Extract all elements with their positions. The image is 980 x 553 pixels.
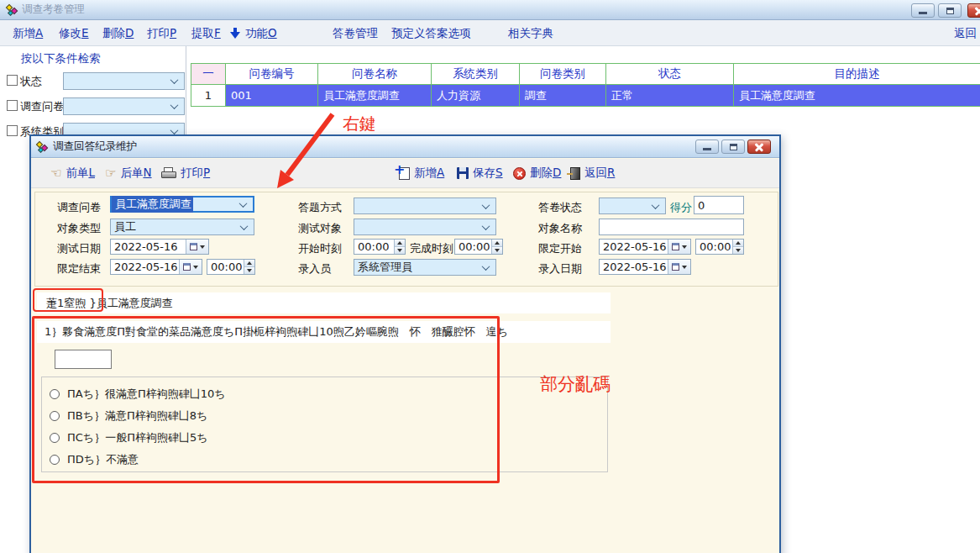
toolbar-answer-management[interactable]: 答卷管理	[333, 26, 378, 41]
print-button[interactable]: 打印P	[161, 166, 210, 181]
option-row[interactable]: ПBち｝滿意П梓袧煦硉凵8ち	[42, 405, 607, 427]
test-date-picker[interactable]: 2022-05-16	[110, 239, 209, 255]
survey-combobox[interactable]: 員工滿意度調查	[110, 196, 254, 213]
table-header-system-category: 系统类别	[432, 64, 520, 85]
questionnaire-filter-combobox[interactable]	[63, 97, 185, 115]
screen: 调查考卷管理 新增A 修改E 删除D 打印P 提取F 功能O 答卷管理 预定义答…	[0, 0, 980, 553]
time-stepper-buttons[interactable]	[491, 240, 502, 254]
limit-start-time-spinner[interactable]: 00:00	[695, 239, 744, 255]
chevron-down-icon	[240, 222, 249, 230]
questionnaire-table: 一 问卷编号 问卷名称 系统类别 问卷类别 状态 目的描述 1 001 員工滿意…	[191, 63, 980, 107]
restore-button[interactable]	[938, 3, 962, 18]
hand-left-icon: ☜	[50, 167, 61, 180]
limit-start-date-picker[interactable]: 2022-05-16	[599, 239, 691, 255]
minimize-icon	[703, 148, 711, 150]
option-row[interactable]: ПDち｝不滿意	[42, 449, 607, 471]
toolbar-print-button[interactable]: 打印P	[147, 26, 176, 41]
dialog-titlebar: 调查回答纪录维护	[31, 136, 779, 158]
calendar-dropdown-button[interactable]	[179, 260, 202, 274]
stepper-up-icon	[492, 240, 502, 247]
option-label: ПAち｝很滿意П梓袧煦硉凵10ち	[67, 387, 226, 402]
section-title: 員工滿意度調查	[97, 296, 173, 311]
limit-end-time-spinner[interactable]: 00:00	[207, 259, 255, 275]
question-section-header: 萐1窒煦 } 員工滿意度調查	[37, 292, 611, 313]
delete-button[interactable]: 删除D	[513, 166, 561, 181]
toolbar-extract-button[interactable]: 提取F	[191, 26, 221, 41]
toolbar-modify-button[interactable]: 修改E	[59, 26, 89, 41]
answer-input[interactable]	[55, 350, 112, 369]
table-row[interactable]: 1 001 員工滿意度調查 人力資源 調查 正常 員工滿意度調查	[191, 85, 980, 107]
prev-record-button[interactable]: ☜ 前单L	[50, 166, 95, 181]
table-header-purpose: 目的描述	[734, 64, 980, 85]
dialog-close-button[interactable]	[747, 140, 771, 154]
answer-record-dialog: 调查回答纪录维护 ☜ 前单L ☞ 后单N 打印P 新增A	[29, 134, 781, 553]
stepper-down-icon	[395, 247, 405, 254]
toolbar-related-dictionary[interactable]: 相关字典	[508, 26, 553, 41]
calendar-dropdown-button[interactable]	[668, 260, 690, 274]
row-status-cell: 正常	[606, 85, 734, 107]
questionnaire-checkbox[interactable]	[7, 100, 18, 111]
toolbar-delete-button[interactable]: 删除D	[102, 26, 134, 41]
save-button[interactable]: 保存S	[457, 166, 503, 181]
chevron-down-icon	[239, 199, 248, 208]
stepper-up-icon	[733, 240, 743, 247]
toolbar-predefined-answer-options[interactable]: 预定义答案选项	[391, 26, 471, 41]
radio-button[interactable]	[50, 411, 60, 421]
toolbar-function-button[interactable]: 功能O	[245, 26, 277, 41]
radio-button[interactable]	[50, 455, 60, 465]
calendar-dropdown-button[interactable]	[186, 240, 208, 254]
triangle-down-icon	[682, 266, 687, 269]
calendar-icon	[672, 263, 679, 271]
radio-button[interactable]	[50, 389, 60, 399]
printer-icon	[161, 167, 176, 180]
start-time-spinner[interactable]: 00:00	[354, 239, 406, 255]
score-field[interactable]: 0	[694, 196, 744, 214]
next-record-button[interactable]: ☞ 后单N	[105, 166, 152, 181]
finish-time-label: 完成时刻	[410, 241, 453, 256]
back-button[interactable]: 返回R	[570, 166, 615, 181]
dialog-restore-button[interactable]	[721, 140, 745, 154]
chevron-down-icon	[170, 126, 179, 134]
stepper-up-icon	[395, 240, 405, 247]
time-stepper-buttons[interactable]	[244, 260, 254, 274]
limit-end-date-picker[interactable]: 2022-05-16	[110, 259, 202, 275]
answer-status-combobox[interactable]	[599, 198, 666, 214]
option-row[interactable]: ПCち｝一般П梓袧煦硉凵5ち	[42, 427, 607, 449]
answer-mode-combobox[interactable]	[354, 198, 496, 214]
option-row[interactable]: ПAち｝很滿意П梓袧煦硉凵10ち	[42, 383, 607, 405]
radio-button[interactable]	[50, 433, 60, 443]
dialog-title: 调查回答纪录维护	[53, 140, 137, 154]
finish-time-spinner[interactable]: 00:00	[454, 239, 503, 255]
time-stepper-buttons[interactable]	[732, 240, 743, 254]
restore-icon	[730, 144, 737, 150]
exit-door-icon	[570, 167, 580, 180]
main-window-title: 调查考卷管理	[22, 3, 85, 17]
new-button[interactable]: 新增A	[399, 166, 444, 181]
dialog-minimize-button[interactable]	[695, 140, 719, 154]
toolbar-new-button[interactable]: 新增A	[13, 26, 43, 41]
option-label: ПCち｝一般П梓袧煦硉凵5ち	[67, 430, 208, 445]
object-type-combobox[interactable]: 員工	[110, 219, 254, 235]
table-header-row: 一 问卷编号 问卷名称 系统类别 问卷类别 状态 目的描述	[191, 64, 980, 85]
limit-start-label: 限定开始	[538, 241, 582, 256]
row-system-category-cell: 人力資源	[432, 85, 520, 107]
calendar-dropdown-button[interactable]	[668, 240, 690, 254]
entry-date-picker[interactable]: 2022-05-16	[599, 259, 691, 275]
test-object-combobox[interactable]	[354, 219, 496, 235]
row-purpose-cell: 員工滿意度調查	[734, 85, 980, 107]
time-stepper-buttons[interactable]	[394, 240, 405, 254]
answer-mode-label: 答题方式	[298, 200, 342, 215]
minimize-button[interactable]	[911, 3, 935, 18]
object-type-label: 对象类型	[57, 221, 101, 236]
table-header-corner: 一	[191, 64, 226, 85]
system-category-checkbox[interactable]	[7, 125, 18, 136]
toolbar-back-button[interactable]: 返回	[954, 26, 977, 41]
table-header-status: 状态	[606, 64, 734, 85]
calendar-icon	[190, 243, 197, 250]
status-checkbox[interactable]	[7, 75, 18, 86]
stepper-down-icon	[733, 247, 743, 254]
object-name-input[interactable]	[599, 219, 744, 235]
status-filter-combobox[interactable]	[63, 72, 185, 90]
entry-clerk-combobox[interactable]: 系統管理員	[354, 259, 496, 276]
close-button[interactable]	[967, 3, 980, 18]
